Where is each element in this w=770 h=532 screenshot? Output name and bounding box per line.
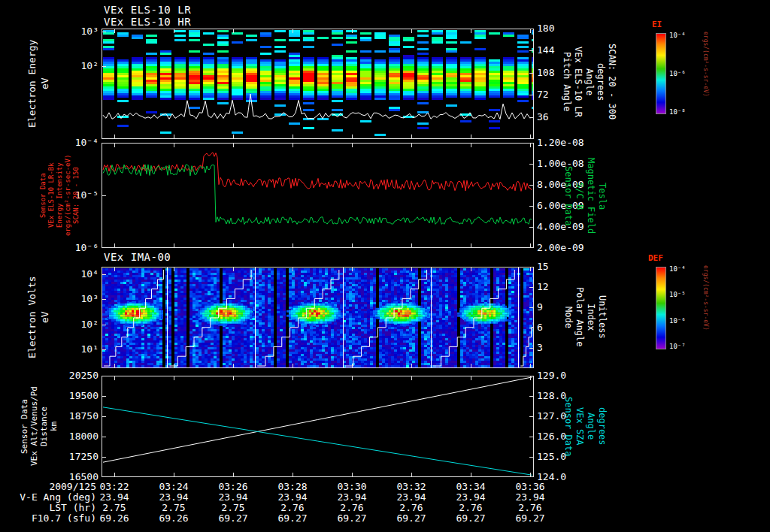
footer-value: 23.94 <box>84 491 144 503</box>
axis-title-line: Electron Energy <box>26 29 38 139</box>
axis-title-line: Sensor Data <box>562 144 574 248</box>
tick-label-left: 18000 <box>57 431 99 442</box>
footer-value: 2.76 <box>381 502 441 513</box>
axis-title-line: VEx SZA <box>574 376 585 477</box>
colorbar1-title: EI <box>652 20 662 29</box>
footer-value: 69.27 <box>203 512 263 524</box>
axis-title-line: ergs/(cm²-sr-sec-eV) <box>64 143 72 248</box>
axis-title-line: degrees <box>596 376 608 477</box>
footer-row-label: LST (hr) <box>0 502 96 513</box>
footer-value: 2.76 <box>441 502 501 513</box>
footer-value: 23.94 <box>500 491 560 503</box>
date-label: 2009/125 <box>0 481 96 492</box>
footer-value: 23.94 <box>203 491 263 503</box>
panel3-left-axis-title: Electron VoltseV <box>26 267 51 368</box>
time-tick-label: 03:36 <box>500 481 560 492</box>
footer-value: 69.27 <box>262 512 323 524</box>
panel4-left-axis-title: Sensor DataVEx Alt/Venus/PdDistancekm <box>20 376 59 477</box>
panel1-title-line1: VEx ELS-10 LR <box>104 4 191 16</box>
footer-value: 2.75 <box>84 502 144 513</box>
tick-label-left: 20250 <box>57 370 99 381</box>
tick-label-left: 19500 <box>57 391 99 401</box>
footer-value: 23.94 <box>322 491 382 503</box>
time-tick-label: 03:28 <box>262 481 323 492</box>
axis-title-line: VEx ELS-10 LR <box>572 18 584 146</box>
axis-title-line: Index <box>585 261 596 373</box>
axis-title-line: km <box>49 376 59 477</box>
colorbar2-title: DEF <box>648 253 663 263</box>
axis-title-line: Sensor Data <box>562 376 574 477</box>
axis-title-line: VEx Alt/Venus/Pd <box>29 376 39 477</box>
axis-title-line: eV <box>38 29 51 139</box>
axis-title-line: degrees <box>595 18 606 146</box>
axis-title-line: SCAN: 20 - 150 <box>72 143 80 248</box>
footer-value: 23.94 <box>441 491 501 503</box>
tick-label-left: 10³ <box>57 26 99 37</box>
tick-label-left: 10² <box>57 61 99 71</box>
footer-value: 2.76 <box>262 502 323 513</box>
colorbar1-unit-label: ergs/(cm²-s-sr-eV) <box>702 32 709 129</box>
axis-title-line: Magnetic Field <box>585 144 596 248</box>
time-tick-label: 03:34 <box>441 481 501 492</box>
axis-title-line: Tesla <box>596 144 608 248</box>
footer-value: 69.27 <box>322 512 382 524</box>
axis-title-line: Polar Angle <box>574 261 585 373</box>
footer-row-label: V-E Ang (deg) <box>0 491 96 503</box>
colorbar2 <box>656 267 666 349</box>
els-pitch-angle-spectrogram-canvas <box>102 29 534 139</box>
time-tick-label: 03:30 <box>322 481 382 492</box>
axis-title-line: Unitless <box>596 261 608 373</box>
intensity-magnetic-field-canvas <box>102 143 534 248</box>
tick-label-left: 17250 <box>57 452 99 462</box>
time-tick-label: 03:24 <box>144 481 204 492</box>
footer-value: 2.76 <box>322 502 382 513</box>
time-tick-label: 03:26 <box>203 481 263 492</box>
axis-title-line: Sensor Data <box>20 376 29 477</box>
axis-title-line: Distance <box>39 376 49 477</box>
axis-title-line: eV <box>38 267 51 368</box>
footer-value: 69.26 <box>84 512 144 524</box>
colorbar-tick-label: 10⁻⁸ <box>669 108 686 116</box>
colorbar-tick-label: 10⁻⁴ <box>669 265 686 273</box>
axis-title-line: Angle <box>585 376 596 477</box>
tick-label-left: 10³ <box>57 294 99 304</box>
panel3-right-axis-title: ModePolar AngleIndexUnitless <box>562 261 608 373</box>
colorbar2-unit-label: ergs/(cm²-s-sr-eV) <box>702 265 709 363</box>
footer-value: 2.75 <box>203 502 263 513</box>
footer-value: 23.94 <box>144 491 204 503</box>
tick-label-left: 10² <box>57 319 99 330</box>
ima-spectrogram-canvas <box>102 267 534 368</box>
time-tick-label: 03:22 <box>84 481 144 492</box>
panel1-title-line2: VEx ELS-10 HR <box>104 16 191 28</box>
colorbar-tick-label: 10⁻⁵ <box>669 291 686 298</box>
axis-title-line: S/C B <box>574 144 585 248</box>
axis-title-line: VEx ELS-10 LR-Bk <box>47 143 56 248</box>
colorbar-tick-label: 10⁻⁴ <box>669 32 686 39</box>
colorbar-tick-label: 10⁻⁷ <box>669 343 686 350</box>
axis-title-line: SCAN: 20 - 300 <box>606 18 617 146</box>
panel3-title: VEx IMA-00 <box>104 251 171 263</box>
panel1-right-axis-title: Pitch AngleVEx ELS-10 LRAngledegreesSCAN… <box>561 18 617 146</box>
colorbar1 <box>656 33 666 114</box>
footer-value: 69.27 <box>381 512 441 524</box>
altitude-sza-canvas <box>102 376 534 477</box>
axis-title-line: Electron Volts <box>26 267 38 368</box>
footer-value: 23.94 <box>262 491 323 503</box>
panel4-right-axis-title: Sensor DataVEx SZAAngledegrees <box>562 376 608 477</box>
time-tick-label: 03:32 <box>381 481 441 492</box>
panel2-right-axis-title: Sensor DataS/C BMagnetic FieldTesla <box>562 144 608 248</box>
panel1-left-axis-title: Electron EnergyeV <box>26 29 51 139</box>
footer-value: 69.27 <box>500 512 560 524</box>
colorbar-tick-label: 10⁻⁶ <box>669 317 686 325</box>
axis-title-line: Pitch Angle <box>561 18 572 146</box>
footer-row-label: F10.7 (sfu) <box>0 512 96 524</box>
colorbar-tick-label: 10⁻⁶ <box>669 70 686 77</box>
footer-value: 23.94 <box>381 491 441 503</box>
footer-value: 2.75 <box>144 502 204 513</box>
axis-title-line: Mode <box>562 261 574 373</box>
footer-value: 69.27 <box>441 512 501 524</box>
axis-title-line: Angle <box>584 18 595 146</box>
footer-value: 2.76 <box>500 502 560 513</box>
spectrogram-figure: VEx ELS-10 LR VEx ELS-10 HR VEx IMA-00 E… <box>0 0 770 532</box>
tick-label-left: 18750 <box>57 411 99 422</box>
